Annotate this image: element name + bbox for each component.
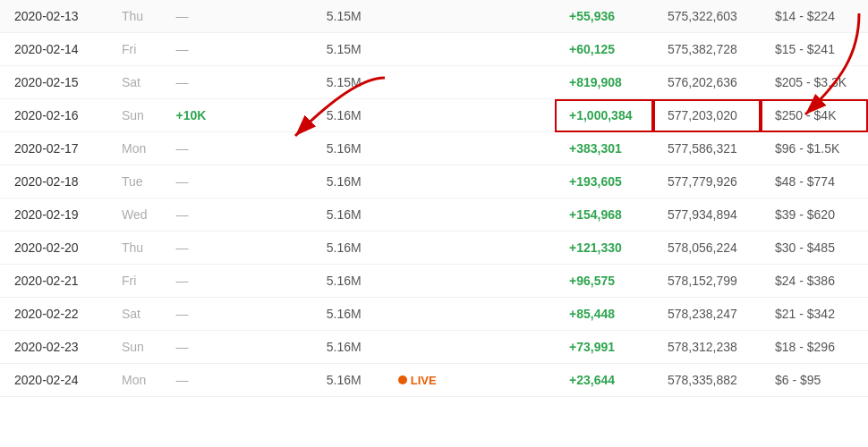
- cell-revenue: $14 - $224: [761, 0, 868, 33]
- cell-views-total: 578,152,799: [653, 265, 761, 298]
- cell-subs-change: —: [162, 331, 312, 364]
- cell-views-total: 576,202,636: [653, 66, 761, 99]
- cell-views-total: 575,382,728: [653, 33, 761, 66]
- cell-live-or-empty: [384, 331, 555, 364]
- table-row: 2020-02-17Mon—5.16M+383,301577,586,321$9…: [0, 132, 868, 165]
- cell-views-total: 577,934,894: [653, 198, 761, 232]
- cell-subs-total: 5.16M: [312, 165, 384, 198]
- cell-views-total: 577,586,321: [653, 132, 761, 165]
- cell-date: 2020-02-15: [0, 66, 107, 99]
- cell-views-total: 578,056,224: [653, 232, 761, 265]
- cell-subs-change: —: [162, 232, 312, 265]
- cell-live-or-empty: [384, 265, 555, 298]
- cell-subs-total: 5.15M: [312, 66, 384, 99]
- table-row: 2020-02-21Fri—5.16M+96,575578,152,799$24…: [0, 265, 868, 298]
- cell-revenue: $39 - $620: [761, 198, 868, 232]
- cell-views-total: 578,335,882: [653, 364, 761, 397]
- cell-subs-total: 5.16M: [312, 198, 384, 232]
- cell-day: Thu: [107, 232, 162, 265]
- cell-views-change: +819,908: [555, 66, 653, 99]
- cell-day: Sun: [107, 99, 162, 132]
- cell-day: Mon: [107, 364, 162, 397]
- table-row: 2020-02-16Sun+10K5.16M+1,000,384577,203,…: [0, 99, 868, 132]
- cell-subs-total: 5.16M: [312, 132, 384, 165]
- cell-day: Sun: [107, 331, 162, 364]
- cell-revenue: $48 - $774: [761, 165, 868, 198]
- cell-date: 2020-02-22: [0, 298, 107, 331]
- cell-views-total: 578,238,247: [653, 298, 761, 331]
- cell-revenue: $250 - $4K: [761, 99, 868, 132]
- cell-views-change: +154,968: [555, 198, 653, 232]
- cell-views-change: +23,644: [555, 364, 653, 397]
- cell-date: 2020-02-13: [0, 0, 107, 33]
- cell-live-or-empty: [384, 132, 555, 165]
- cell-revenue: $6 - $95: [761, 364, 868, 397]
- cell-subs-change: —: [162, 33, 312, 66]
- cell-date: 2020-02-14: [0, 33, 107, 66]
- cell-subs-change: —: [162, 298, 312, 331]
- table-row: 2020-02-14Fri—5.15M+60,125575,382,728$15…: [0, 33, 868, 66]
- table-row: 2020-02-22Sat—5.16M+85,448578,238,247$21…: [0, 298, 868, 331]
- cell-views-change: +55,936: [555, 0, 653, 33]
- table-row: 2020-02-19Wed—5.16M+154,968577,934,894$3…: [0, 198, 868, 232]
- cell-subs-change: +10K: [162, 99, 312, 132]
- table-row: 2020-02-23Sun—5.16M+73,991578,312,238$18…: [0, 331, 868, 364]
- cell-revenue: $15 - $241: [761, 33, 868, 66]
- cell-subs-total: 5.16M: [312, 298, 384, 331]
- cell-date: 2020-02-17: [0, 132, 107, 165]
- cell-revenue: $24 - $386: [761, 265, 868, 298]
- cell-views-change: +96,575: [555, 265, 653, 298]
- cell-subs-total: 5.15M: [312, 33, 384, 66]
- table-row: 2020-02-24Mon—5.16M LIVE+23,644578,335,8…: [0, 364, 868, 397]
- cell-live-or-empty: [384, 66, 555, 99]
- cell-subs-change: —: [162, 66, 312, 99]
- cell-views-total: 578,312,238: [653, 331, 761, 364]
- cell-live-or-empty: LIVE: [384, 364, 555, 397]
- cell-views-change: +60,125: [555, 33, 653, 66]
- cell-date: 2020-02-19: [0, 198, 107, 232]
- cell-subs-change: —: [162, 364, 312, 397]
- cell-revenue: $30 - $485: [761, 232, 868, 265]
- cell-date: 2020-02-18: [0, 165, 107, 198]
- cell-subs-change: —: [162, 165, 312, 198]
- cell-day: Sat: [107, 298, 162, 331]
- cell-day: Fri: [107, 265, 162, 298]
- table-row: 2020-02-20Thu—5.16M+121,330578,056,224$3…: [0, 232, 868, 265]
- live-dot-icon: [398, 375, 407, 384]
- cell-views-total: 575,322,603: [653, 0, 761, 33]
- cell-subs-total: 5.16M: [312, 364, 384, 397]
- table-row: 2020-02-18Tue—5.16M+193,605577,779,926$4…: [0, 165, 868, 198]
- cell-revenue: $205 - $3.3K: [761, 66, 868, 99]
- cell-views-change: +193,605: [555, 165, 653, 198]
- cell-live-or-empty: [384, 165, 555, 198]
- cell-revenue: $21 - $342: [761, 298, 868, 331]
- cell-live-or-empty: [384, 0, 555, 33]
- cell-subs-change: —: [162, 132, 312, 165]
- stats-table: 2020-02-13Thu—5.15M+55,936575,322,603$14…: [0, 0, 868, 397]
- cell-views-total: 577,203,020: [653, 99, 761, 132]
- cell-revenue: $18 - $296: [761, 331, 868, 364]
- cell-day: Mon: [107, 132, 162, 165]
- cell-views-change: +73,991: [555, 331, 653, 364]
- cell-views-change: +121,330: [555, 232, 653, 265]
- cell-subs-change: —: [162, 265, 312, 298]
- cell-live-or-empty: [384, 298, 555, 331]
- cell-subs-total: 5.15M: [312, 0, 384, 33]
- cell-subs-total: 5.16M: [312, 331, 384, 364]
- cell-views-total: 577,779,926: [653, 165, 761, 198]
- cell-subs-change: —: [162, 0, 312, 33]
- table-row: 2020-02-15Sat—5.15M+819,908576,202,636$2…: [0, 66, 868, 99]
- data-table-wrapper: 2020-02-13Thu—5.15M+55,936575,322,603$14…: [0, 0, 868, 397]
- live-badge: LIVE: [398, 374, 437, 387]
- cell-subs-change: —: [162, 198, 312, 232]
- cell-views-change: +85,448: [555, 298, 653, 331]
- cell-subs-total: 5.16M: [312, 99, 384, 132]
- cell-live-or-empty: [384, 198, 555, 232]
- cell-day: Tue: [107, 165, 162, 198]
- cell-live-or-empty: [384, 33, 555, 66]
- cell-day: Sat: [107, 66, 162, 99]
- cell-date: 2020-02-16: [0, 99, 107, 132]
- cell-views-change: +1,000,384: [555, 99, 653, 132]
- cell-subs-total: 5.16M: [312, 265, 384, 298]
- cell-live-or-empty: [384, 232, 555, 265]
